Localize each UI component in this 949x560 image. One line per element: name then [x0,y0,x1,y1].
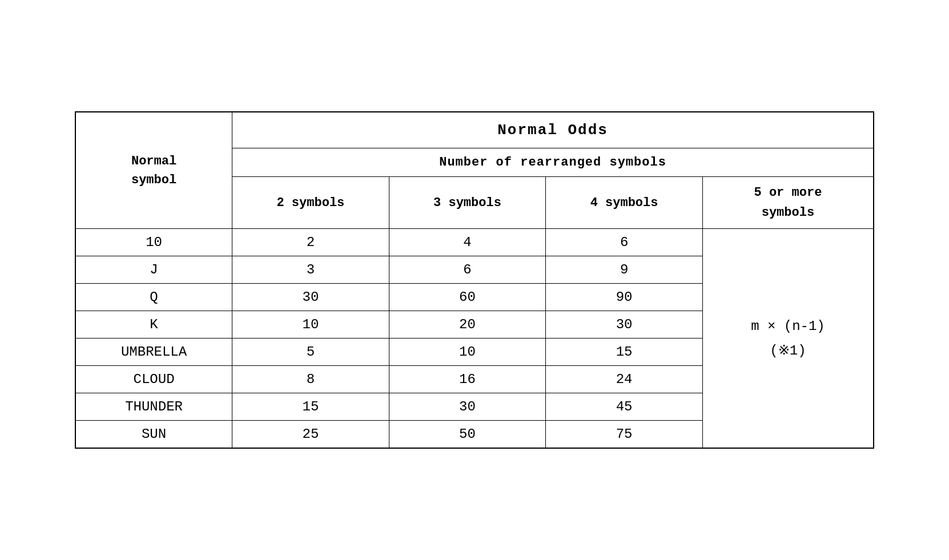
table-row: 10246m × (n-1)(※1) [75,229,874,256]
col-header-3sym: 3 symbols [389,176,546,228]
symbol-cell: Q [75,284,232,311]
cell-2sym: 15 [232,393,389,421]
col-header-2sym: 2 symbols [232,176,389,228]
cell-2sym: 25 [232,421,389,449]
cell-3sym: 60 [389,284,546,311]
cell-4sym: 90 [546,284,703,311]
table-container: Normal symbol Normal Odds Number of rear… [75,111,874,449]
cell-2sym: 10 [232,311,389,339]
cell-4sym: 15 [546,339,703,366]
cell-4sym: 30 [546,311,703,339]
normal-symbol-header: Normal symbol [75,112,232,229]
cell-4sym: 75 [546,421,703,449]
symbol-cell: CLOUD [75,366,232,393]
odds-table: Normal symbol Normal Odds Number of rear… [75,111,874,449]
col-header-5more: 5 or more symbols [702,176,874,228]
cell-3sym: 20 [389,311,546,339]
cell-4sym: 6 [546,229,703,256]
cell-3sym: 10 [389,339,546,366]
cell-4sym: 9 [546,256,703,284]
symbol-cell: SUN [75,421,232,449]
rearranged-symbols-header: Number of rearranged symbols [232,148,874,176]
symbol-cell: UMBRELLA [75,339,232,366]
cell-5more-formula: m × (n-1)(※1) [702,229,874,449]
symbol-cell: J [75,256,232,284]
cell-3sym: 50 [389,421,546,449]
cell-2sym: 30 [232,284,389,311]
cell-2sym: 5 [232,339,389,366]
symbol-cell: 10 [75,229,232,256]
cell-4sym: 24 [546,366,703,393]
symbol-cell: K [75,311,232,339]
col-header-4sym: 4 symbols [546,176,703,228]
cell-2sym: 8 [232,366,389,393]
symbol-cell: THUNDER [75,393,232,421]
normal-odds-header: Normal Odds [232,112,874,148]
cell-3sym: 4 [389,229,546,256]
cell-3sym: 6 [389,256,546,284]
cell-3sym: 30 [389,393,546,421]
cell-3sym: 16 [389,366,546,393]
cell-2sym: 2 [232,229,389,256]
cell-4sym: 45 [546,393,703,421]
cell-2sym: 3 [232,256,389,284]
